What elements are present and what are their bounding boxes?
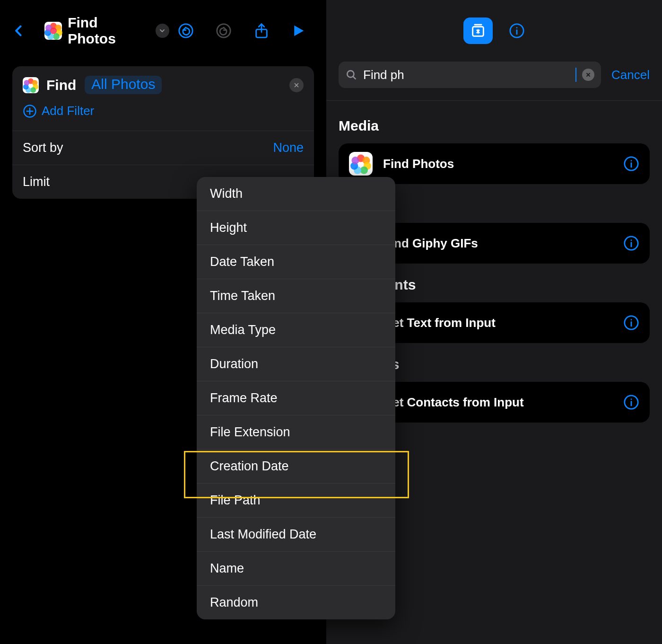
share-button[interactable] bbox=[253, 23, 270, 39]
undo-button[interactable] bbox=[178, 23, 194, 39]
sort-by-value[interactable]: None bbox=[273, 141, 304, 155]
action-info-button[interactable] bbox=[623, 156, 639, 172]
dropdown-item[interactable]: Date Taken bbox=[197, 245, 395, 279]
sort-by-row[interactable]: Sort by None bbox=[12, 131, 314, 165]
editor-header: Find Photos bbox=[0, 0, 326, 62]
action-parameter-pill[interactable]: All Photos bbox=[85, 76, 162, 94]
run-button[interactable] bbox=[291, 24, 305, 38]
text-cursor bbox=[575, 68, 576, 82]
action-info-button[interactable] bbox=[623, 315, 639, 331]
actions-tab-button[interactable] bbox=[463, 18, 493, 44]
dropdown-item[interactable]: Frame Rate bbox=[197, 381, 395, 415]
search-clear-button[interactable] bbox=[582, 69, 594, 81]
section-title: Media bbox=[339, 118, 650, 134]
dropdown-item[interactable]: Duration bbox=[197, 347, 395, 381]
card-close-button[interactable] bbox=[289, 78, 304, 92]
photos-icon bbox=[349, 152, 373, 176]
dropdown-item[interactable]: Random bbox=[197, 586, 395, 619]
photos-app-icon bbox=[23, 77, 39, 93]
editor-pane: Find Photos bbox=[0, 0, 326, 644]
dropdown-item[interactable]: Creation Date bbox=[197, 450, 395, 484]
action-result-label: Find Photos bbox=[383, 156, 613, 172]
action-info-button[interactable] bbox=[623, 235, 639, 251]
dropdown-item[interactable]: Last Modified Date bbox=[197, 518, 395, 552]
title-dropdown-button[interactable] bbox=[156, 24, 169, 38]
search-row: Cancel bbox=[326, 62, 662, 101]
page-title: Find Photos bbox=[68, 15, 148, 47]
svg-marker-3 bbox=[294, 26, 304, 36]
dropdown-item[interactable]: File Extension bbox=[197, 415, 395, 450]
svg-line-14 bbox=[353, 76, 355, 79]
action-result-label: Get Contacts from Input bbox=[383, 395, 613, 410]
dropdown-item[interactable]: Name bbox=[197, 552, 395, 586]
panel-info-button[interactable] bbox=[509, 23, 525, 39]
dropdown-item[interactable]: Media Type bbox=[197, 313, 395, 347]
svg-point-34 bbox=[631, 319, 632, 320]
action-info-button[interactable] bbox=[623, 394, 639, 410]
svg-point-19 bbox=[631, 160, 632, 161]
action-result-label: Find Giphy GIFs bbox=[383, 236, 613, 251]
dropdown-item[interactable]: File Path bbox=[197, 484, 395, 518]
photos-app-icon bbox=[44, 22, 62, 40]
action-result-label: Get Text from Input bbox=[383, 315, 613, 331]
search-cancel-button[interactable]: Cancel bbox=[611, 68, 650, 82]
search-input[interactable] bbox=[363, 62, 572, 88]
svg-point-43 bbox=[631, 398, 632, 400]
sort-by-label: Sort by bbox=[23, 141, 63, 155]
dropdown-item[interactable]: Time Taken bbox=[197, 279, 395, 313]
limit-label: Limit bbox=[23, 175, 50, 189]
action-verb-label: Find bbox=[46, 77, 76, 93]
dropdown-item[interactable]: Height bbox=[197, 211, 395, 245]
sort-by-dropdown: WidthHeightDate TakenTime TakenMedia Typ… bbox=[197, 177, 395, 619]
redo-button[interactable] bbox=[216, 23, 232, 39]
dropdown-item[interactable]: Width bbox=[197, 177, 395, 211]
add-filter-button[interactable]: Add Filter bbox=[12, 104, 314, 131]
back-button[interactable] bbox=[12, 22, 26, 40]
library-header bbox=[326, 0, 662, 62]
svg-point-28 bbox=[631, 239, 632, 241]
add-filter-label: Add Filter bbox=[42, 104, 94, 118]
search-field[interactable] bbox=[339, 62, 601, 88]
svg-point-12 bbox=[516, 27, 518, 28]
